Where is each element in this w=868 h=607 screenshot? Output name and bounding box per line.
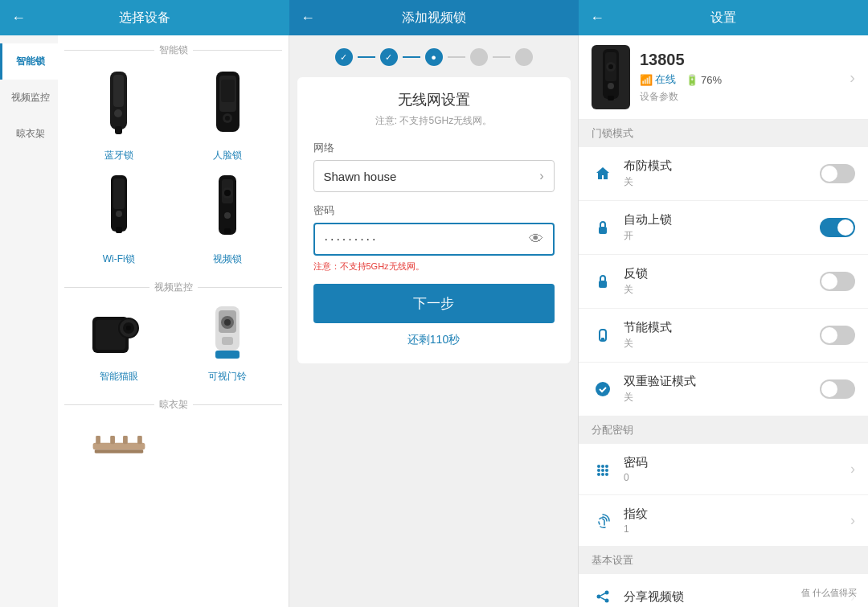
- step-line-4: [493, 56, 510, 58]
- svg-rect-30: [92, 442, 145, 449]
- device-face-lock[interactable]: 人脸锁: [177, 65, 280, 162]
- svg-rect-45: [601, 338, 604, 341]
- deadbolt-toggle[interactable]: [820, 272, 855, 291]
- svg-rect-6: [221, 80, 235, 102]
- svg-rect-29: [215, 351, 240, 359]
- deadbolt-value: 关: [624, 283, 810, 297]
- fingerprint-text: 指纹 1: [624, 507, 841, 535]
- step-4: [470, 48, 488, 66]
- dual-auth-value: 关: [624, 391, 810, 404]
- svg-point-2: [114, 109, 122, 117]
- setting-arm-mode[interactable]: 布防模式 关: [579, 147, 868, 201]
- device-wifi-lock[interactable]: Wi-Fi锁: [68, 169, 170, 266]
- password-field[interactable]: ········· 👁: [313, 223, 555, 256]
- svg-rect-31: [96, 436, 100, 444]
- fingerprint-name: 指纹: [624, 507, 841, 522]
- svg-rect-12: [116, 227, 122, 233]
- toggle-knob: [821, 166, 837, 182]
- device-name: 13805: [640, 51, 840, 69]
- sidebar-content: 智能锁 蓝牙锁: [58, 35, 289, 607]
- setting-auto-lock[interactable]: 自动上锁 开: [579, 201, 868, 255]
- battery-status: 🔋 76%: [686, 74, 722, 86]
- form-subtitle: 注意: 不支持5GHz无线网。: [313, 114, 555, 128]
- setting-password[interactable]: 密码 0 ›: [579, 444, 868, 495]
- deadbolt-name: 反锁: [624, 266, 810, 281]
- device-img-video: [199, 169, 256, 249]
- home-icon: [592, 162, 614, 185]
- step-line-3: [448, 56, 465, 58]
- svg-point-48: [601, 465, 604, 468]
- main-content: 智能锁 视频监控 晾衣架 智能锁: [0, 35, 868, 607]
- network-select[interactable]: Shawn house ›: [313, 160, 555, 192]
- header-right-title: 设置: [710, 10, 736, 27]
- step-3: ●: [425, 48, 443, 66]
- svg-point-54: [601, 473, 604, 476]
- eco-mode-toggle[interactable]: [820, 326, 855, 345]
- back-button-right[interactable]: ←: [590, 10, 604, 27]
- next-button[interactable]: 下一步: [313, 284, 555, 323]
- arm-mode-toggle[interactable]: [820, 164, 855, 183]
- middle-panel: ✓ ✓ ● 无线网设置 注意: 不支持5GHz无线网。 网络 Shawn hou…: [289, 35, 579, 607]
- step-1: ✓: [335, 48, 353, 66]
- auto-lock-toggle[interactable]: [820, 218, 855, 237]
- device-chevron-icon[interactable]: ›: [850, 68, 855, 87]
- svg-point-8: [225, 116, 230, 121]
- device-img-hanger: [90, 420, 148, 468]
- password-icon: [592, 458, 614, 481]
- arm-mode-text: 布防模式 关: [624, 158, 810, 189]
- video-lock-label: 视频锁: [213, 252, 242, 266]
- setting-deadbolt[interactable]: 反锁 关: [579, 255, 868, 309]
- sidebar-tab-smart-lock[interactable]: 智能锁: [0, 43, 58, 80]
- device-bluetooth-lock[interactable]: 蓝牙锁: [68, 65, 170, 162]
- setting-eco-mode[interactable]: 节能模式 关: [579, 309, 868, 363]
- dual-auth-name: 双重验证模式: [624, 374, 810, 389]
- svg-rect-1: [113, 75, 124, 107]
- auto-lock-icon: [592, 216, 614, 239]
- device-video-lock[interactable]: 视频锁: [177, 169, 280, 266]
- device-header: 13805 📶 在线 🔋 76% 设备参数 ›: [579, 35, 868, 120]
- eye-icon[interactable]: 👁: [529, 231, 543, 248]
- sidebar-tab-hanger[interactable]: 晾衣架: [0, 116, 58, 152]
- deadbolt-icon: [592, 270, 614, 293]
- warning-text: 注意：不支持5GHz无线网。: [313, 260, 555, 273]
- device-icon: [592, 45, 630, 109]
- svg-point-11: [116, 211, 122, 217]
- device-img-wifi: [90, 169, 148, 249]
- dual-auth-icon: [592, 378, 614, 400]
- device-hanger[interactable]: [68, 420, 170, 468]
- device-grid-camera: 智能猫眼 可视门: [64, 299, 282, 390]
- password-input[interactable]: ·········: [325, 232, 529, 247]
- svg-point-39: [608, 64, 613, 69]
- device-img-bluetooth: [90, 65, 148, 146]
- back-button-middle[interactable]: ←: [301, 10, 315, 27]
- header-right: ← 设置: [579, 0, 868, 35]
- section-camera: 视频监控: [64, 273, 282, 299]
- section-smart-lock: 智能锁: [64, 35, 282, 62]
- back-button-left[interactable]: ←: [11, 10, 26, 27]
- sidebar-tab-camera[interactable]: 视频监控: [0, 80, 58, 116]
- device-status-row: 📶 在线 🔋 76%: [640, 72, 840, 87]
- share-icon: [592, 585, 614, 607]
- section-key-dist: 分配密钥: [579, 416, 868, 444]
- svg-point-40: [608, 83, 614, 89]
- wifi-form: 无线网设置 注意: 不支持5GHz无线网。 网络 Shawn house › 密…: [297, 77, 571, 363]
- auto-lock-value: 开: [624, 229, 810, 243]
- setting-fingerprint[interactable]: 指纹 1 ›: [579, 495, 868, 547]
- step-5: [515, 48, 533, 66]
- battery-icon: 🔋: [686, 74, 698, 86]
- svg-rect-33: [110, 436, 115, 444]
- device-cat-eye[interactable]: 智能猫眼: [68, 302, 170, 383]
- device-doorbell[interactable]: 可视门铃: [177, 302, 280, 383]
- toggle-knob-4: [821, 327, 837, 343]
- dual-auth-toggle[interactable]: [820, 379, 855, 399]
- device-img-doorbell: [199, 302, 256, 367]
- step-line-2: [403, 56, 420, 58]
- eco-mode-icon: [592, 324, 614, 347]
- device-grid-hanger: [64, 416, 282, 474]
- svg-point-56: [597, 595, 601, 599]
- toggle-knob-2: [837, 219, 854, 236]
- right-panel: 13805 📶 在线 🔋 76% 设备参数 › 门锁模式: [579, 35, 868, 607]
- setting-dual-auth[interactable]: 双重验证模式 关: [579, 363, 868, 416]
- section-basic-settings: 基本设置: [579, 547, 868, 574]
- network-value: Shawn house: [324, 170, 397, 183]
